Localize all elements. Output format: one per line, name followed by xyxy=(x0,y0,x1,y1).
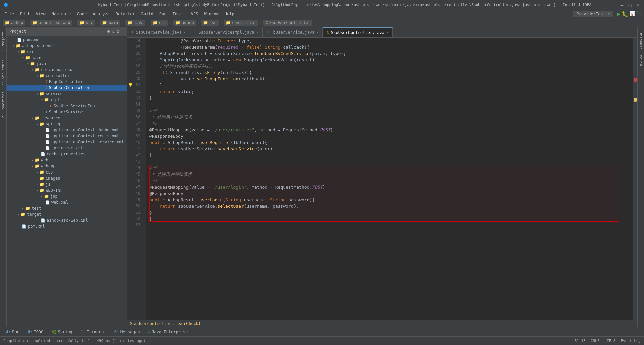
tree-item-src[interactable]: ▾📁src xyxy=(7,49,127,55)
close-panel-icon[interactable]: — xyxy=(122,29,124,34)
tab-tbuserservice[interactable]: I TbUserService.java ✕ xyxy=(263,27,323,37)
tab-ssouserserviceimpl[interactable]: C SsoUserServiceImpl.java ✕ xyxy=(190,27,263,37)
menu-run[interactable]: Run xyxy=(157,11,169,17)
menu-tools[interactable]: Tools xyxy=(170,11,187,17)
tree-item-applicationcontext-service-xml[interactable]: 📄applicationContext-service.xml xyxy=(7,139,127,145)
menu-edit[interactable]: Edit xyxy=(17,11,33,17)
tree-item-ssouserservice[interactable]: ISsoUserService xyxy=(7,109,127,115)
tree-item-web-inf[interactable]: ▾📁WEB-INF xyxy=(7,187,127,193)
tree-item-applicationcontext-dubbo-xml[interactable]: 📄applicationContext-dubbo.xml xyxy=(7,127,127,133)
terminal-tab[interactable]: ⬛ Terminal xyxy=(77,329,110,335)
code-content[interactable]: @PathVariable Integer type, @RequestPara… xyxy=(146,38,633,320)
tab-ssouserservice[interactable]: I SsoUserService.java ✕ xyxy=(127,27,190,37)
menu-help[interactable]: Help xyxy=(222,11,237,17)
tree-item-ashop-sso-web-iml[interactable]: 📄ashop-sso-web.iml xyxy=(7,217,127,223)
tree-item-springmvc-xml[interactable]: 📄springmvc.xml xyxy=(7,145,127,151)
window-controls: — □ ✕ xyxy=(619,2,641,8)
run-config-dropdown[interactable]: ProviderTest ▾ xyxy=(573,11,613,17)
java-enterprise-tab[interactable]: ☕ Java Enterprise xyxy=(145,329,192,335)
menu-navigate[interactable]: Navigate xyxy=(49,11,74,17)
breadcrumb-src[interactable]: 📁 src xyxy=(77,20,95,26)
run-tab[interactable]: 4: Run xyxy=(3,329,23,335)
tree-item-resources[interactable]: ▾📁resources xyxy=(7,115,127,121)
breadcrumb-com[interactable]: 📁 com xyxy=(151,20,168,26)
tree-item-webapp[interactable]: ▾📁webapp xyxy=(7,163,127,169)
code-line-41: return ssoUserService.saveUserService(us… xyxy=(149,146,629,152)
tree-item-web[interactable]: ▸📁web xyxy=(7,157,127,163)
encoding[interactable]: UTF-8 xyxy=(604,339,615,343)
tree-item-cache-properties[interactable]: 📄cache.properties xyxy=(7,151,127,157)
warning-indicator xyxy=(634,98,637,102)
tab-ssousercontroller[interactable]: C SsoUserController.java ✕ xyxy=(323,27,393,37)
breadcrumb-ashop2[interactable]: 📁 ashop xyxy=(173,20,196,26)
tree-item-jsp[interactable]: ▸📁jsp xyxy=(7,193,127,199)
tree-item-ssouserserviceimpl[interactable]: CSsoUserServiceImpl xyxy=(7,103,127,109)
tree-item-service[interactable]: ▾📁service xyxy=(7,91,127,97)
breadcrumb-ashop-sso-web[interactable]: 📁 ashop-sso-web xyxy=(30,20,72,26)
menu-file[interactable]: File xyxy=(2,11,17,17)
expand-icon[interactable]: ⇅ xyxy=(112,29,115,34)
close-button[interactable]: ✕ xyxy=(635,2,641,8)
coverage-button[interactable]: 📊 xyxy=(630,11,635,17)
menu-code[interactable]: Code xyxy=(74,11,90,17)
line-number-gutter: 24252627282930💡3132333435363738394041424… xyxy=(127,38,146,320)
menu-view[interactable]: View xyxy=(33,11,48,17)
tree-item-java[interactable]: ▾📁java xyxy=(7,61,127,67)
right-side-panel: Database Maven xyxy=(637,27,644,327)
maven-panel-tab[interactable]: Maven xyxy=(638,52,644,69)
tree-item-css[interactable]: ▸📁css xyxy=(7,169,127,175)
tree-item-main[interactable]: ▾📁main xyxy=(7,55,127,61)
menu-build[interactable]: Build xyxy=(139,11,156,17)
maximize-button[interactable]: □ xyxy=(627,2,633,8)
code-breadcrumb: SsoUserController › userCheck() xyxy=(127,320,637,327)
tree-item-pom-xml[interactable]: 📄pom.xml xyxy=(7,37,127,43)
run-button[interactable]: ▶ xyxy=(617,11,620,17)
code-line-36: * 处理用户注册请求 xyxy=(149,114,629,120)
tree-item-spring[interactable]: ▾📁spring xyxy=(7,121,127,127)
tree-item-pom-xml[interactable]: 📄pom.xml xyxy=(7,223,127,229)
menu-vcs[interactable]: VCS xyxy=(188,11,201,17)
menu-window[interactable]: Window xyxy=(201,11,221,17)
project-panel-tab[interactable]: 1: Project xyxy=(0,29,6,57)
gear-icon[interactable]: ⚙ xyxy=(117,29,119,34)
todo-tab[interactable]: 6: TODO xyxy=(24,329,47,335)
error-indicator xyxy=(634,78,637,82)
breadcrumb-controller[interactable]: 📁 controller xyxy=(224,20,258,26)
messages-tab[interactable]: 0: Messages xyxy=(111,329,143,335)
breadcrumb-main[interactable]: 📁 main xyxy=(100,20,120,26)
line-ending[interactable]: CRLF xyxy=(591,339,600,343)
menu-refactor[interactable]: Refactor xyxy=(113,11,138,17)
debug-button[interactable]: 🐛 xyxy=(622,11,628,17)
breadcrumb-sso[interactable]: 📁 sso xyxy=(201,20,219,26)
tree-item-images[interactable]: ▸📁images xyxy=(7,175,127,181)
tree-item-js[interactable]: ▸📁js xyxy=(7,181,127,187)
minimize-button[interactable]: — xyxy=(619,2,625,8)
tree-item-controller[interactable]: ▾📁controller xyxy=(7,73,127,79)
tree-item-pagecontroller[interactable]: CPageController xyxy=(7,79,127,85)
tree-item-ashop-sso-web[interactable]: ▾📁ashop-sso-web xyxy=(7,43,127,49)
breadcrumb-ssousercontroller[interactable]: C SsoUserController xyxy=(263,20,312,26)
sync-icon[interactable]: ⚙ xyxy=(107,29,110,34)
tree-item-impl[interactable]: ▾📁impl xyxy=(7,97,127,103)
editor-area: I SsoUserService.java ✕ C SsoUserService… xyxy=(127,27,637,327)
structure-panel-tab[interactable]: Z: Structure xyxy=(0,57,6,88)
right-scrollbar[interactable] xyxy=(633,38,637,320)
code-line-40: public AshopResult userRegister(TbUser u… xyxy=(149,139,629,146)
spring-tab[interactable]: 🌿 Spring xyxy=(48,329,76,335)
event-log[interactable]: Event Log xyxy=(621,339,641,343)
code-breadcrumb-class[interactable]: SsoUserController xyxy=(130,321,171,326)
tree-item-ssousercontroller[interactable]: CSsoUserController xyxy=(7,85,127,91)
tree-item-target[interactable]: ▾📁target xyxy=(7,211,127,217)
code-breadcrumb-method[interactable]: userCheck() xyxy=(176,321,203,326)
favorites-panel-tab[interactable]: 2: Favorites xyxy=(0,89,6,121)
tree-item-applicationcontext-redis-xml[interactable]: 📄applicationContext-redis.xml xyxy=(7,133,127,139)
tree-item-web-xml[interactable]: 📄web.xml xyxy=(7,199,127,205)
tree-item-com-ashop-sso[interactable]: ▾📁com.ashop.sso xyxy=(7,67,127,73)
code-line-48: @ResponseBody xyxy=(149,190,629,197)
breadcrumb-ashop[interactable]: 📁 ashop xyxy=(3,20,25,26)
menu-analyze[interactable]: Analyze xyxy=(90,11,112,17)
tree-item-test[interactable]: ▸📁test xyxy=(7,205,127,211)
breadcrumb-java[interactable]: 📁 java xyxy=(125,20,146,26)
database-panel-tab[interactable]: Database xyxy=(638,29,644,52)
stop-button[interactable]: ⬛ xyxy=(637,11,642,17)
